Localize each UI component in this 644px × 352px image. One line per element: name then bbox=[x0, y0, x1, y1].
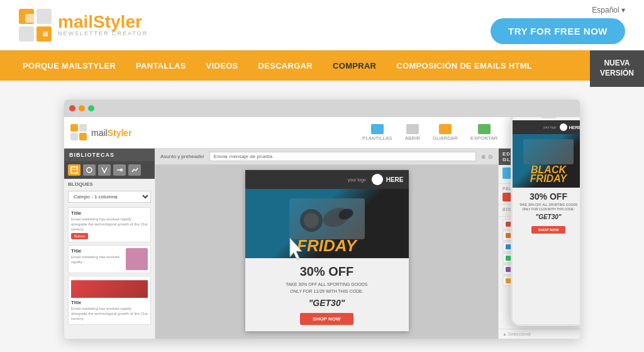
try-free-button[interactable]: TRY FOR FREE NOW bbox=[491, 18, 625, 44]
svg-point-12 bbox=[87, 167, 92, 173]
sidebar-icon-2[interactable] bbox=[83, 164, 96, 176]
nav-item-comprar[interactable]: COMPRAR bbox=[323, 50, 386, 81]
template-item-btn-1[interactable]: Button bbox=[71, 233, 88, 239]
app-action-guardar[interactable]: GUARDAR bbox=[433, 124, 458, 141]
titlebar-close[interactable] bbox=[69, 105, 75, 111]
template-item-1: Title Email marketing has evolved rapidl… bbox=[68, 207, 151, 242]
phone-details: TAKE 30% OFF ALL SPORTING GOODS ONLY FOR… bbox=[516, 203, 580, 212]
color-box-1[interactable] bbox=[502, 193, 511, 202]
svg-rect-6 bbox=[70, 124, 78, 132]
campo-select[interactable]: Campo - 1 columna bbox=[68, 191, 151, 203]
app-logo: mailStyler bbox=[70, 124, 132, 142]
svg-rect-1 bbox=[36, 9, 52, 24]
phone-logo: your logo HERE bbox=[543, 123, 580, 131]
app-action-exportar[interactable]: EXPORTAR bbox=[470, 124, 497, 141]
template-item-text-1: Email marketing has evolved rapidly alon… bbox=[71, 217, 148, 232]
shop-now-btn[interactable]: SHOP NOW bbox=[300, 313, 353, 325]
logo: mailStyler NEWSLETTER CREATOR bbox=[19, 9, 148, 42]
conjuntos-dot bbox=[506, 278, 511, 283]
svg-point-16 bbox=[304, 213, 319, 228]
sidebar-icon-3[interactable] bbox=[98, 164, 111, 176]
app-inner: mailStyler PLANTILLAS ABRIR GUARDAR bbox=[64, 117, 580, 339]
template-item-text-2: Email marketing has evolved rapidly... bbox=[71, 255, 123, 265]
seleccionar-label: ▲ Seleccionar bbox=[499, 329, 580, 339]
sidebar-icons bbox=[64, 161, 155, 179]
colores-dot bbox=[506, 233, 511, 238]
nav-item-videos[interactable]: VIDEOS bbox=[196, 50, 248, 81]
app-action-plantillas[interactable]: PLANTILLAS bbox=[362, 124, 392, 141]
promo-code: "GET30" bbox=[252, 298, 402, 308]
bloques-dot bbox=[506, 222, 511, 227]
app-action-abrir[interactable]: ABRIR bbox=[405, 124, 420, 141]
nav-item-pantallas[interactable]: PANTALLAS bbox=[126, 50, 196, 81]
template-item-title-2: Title bbox=[71, 248, 123, 254]
svg-rect-4 bbox=[25, 14, 34, 23]
svg-rect-8 bbox=[70, 133, 78, 140]
titlebar-maximize[interactable] bbox=[88, 105, 94, 111]
sports-icon bbox=[292, 202, 362, 236]
app-center-toolbar: Asunto y preheader Enviar mensaje de pru… bbox=[155, 149, 498, 165]
guardar-icon bbox=[439, 124, 452, 134]
app-mockup: mailStyler PLANTILLAS ABRIR GUARDAR bbox=[64, 99, 580, 339]
nav-item-composicion[interactable]: COMPOSICIÓN DE EMAILS HTML bbox=[386, 50, 542, 81]
phone-shop-btn[interactable]: SHOP NOW bbox=[531, 226, 565, 234]
phone-email-header: your logo HERE bbox=[513, 120, 580, 134]
template-item-title-3: Title bbox=[71, 300, 148, 305]
sidebar-icon-1[interactable] bbox=[68, 164, 80, 176]
zoom-controls: ⊕ ⊖ bbox=[481, 154, 493, 160]
phone-bf-label: BLACKFRIDAY bbox=[530, 166, 567, 183]
template-item-3: Title Email marketing has evolved rapidl… bbox=[68, 276, 151, 324]
logo-subtitle: NEWSLETTER CREATOR bbox=[58, 31, 148, 37]
off-percent: 30% OFF bbox=[252, 264, 402, 279]
phone-circle bbox=[560, 123, 567, 131]
app-logo-icon bbox=[70, 124, 88, 142]
sidebar-icon-5[interactable] bbox=[128, 164, 141, 176]
svg-rect-9 bbox=[79, 133, 87, 140]
nav-item-porque[interactable]: PORQUE MAILSTYLER bbox=[13, 50, 126, 81]
new-version-badge: NUEVA VERSIÓN bbox=[590, 50, 644, 87]
subject-label: Asunto y preheader bbox=[160, 154, 204, 159]
logo-text: mailStyler NEWSLETTER CREATOR bbox=[58, 13, 148, 37]
app-body: BIBLIOTECAS bbox=[64, 149, 580, 339]
titlebar-minimize[interactable] bbox=[79, 105, 85, 111]
subject-bar[interactable]: Enviar mensaje de prueba bbox=[209, 152, 477, 161]
template-item-text-3: Email marketing has evolved rapidly alon… bbox=[71, 307, 148, 321]
newsletter-preview: your logo HERE bbox=[155, 165, 498, 339]
botones-dot bbox=[506, 256, 511, 261]
phone-code: "GET30" bbox=[516, 213, 580, 220]
your-logo: your logo HERE bbox=[348, 174, 404, 185]
nav-item-descargar[interactable]: DESCARGAR bbox=[248, 50, 323, 81]
sidebar-icon-4[interactable] bbox=[113, 164, 126, 176]
svg-rect-5 bbox=[43, 31, 48, 37]
phone-your-logo: your logo bbox=[543, 125, 557, 129]
your-logo-text: your logo bbox=[348, 178, 366, 182]
template-item-title-1: Title bbox=[71, 210, 148, 216]
template-item-img-3 bbox=[71, 280, 148, 298]
app-center: Asunto y preheader Enviar mensaje de pru… bbox=[155, 149, 498, 339]
phone-here: HERE bbox=[569, 125, 580, 130]
plantillas-icon bbox=[371, 124, 384, 134]
header: mailStyler NEWSLETTER CREATOR Español ▾ … bbox=[0, 0, 644, 50]
app-sidebar: BIBLIOTECAS bbox=[64, 149, 155, 339]
template-items: Title Email marketing has evolved rapidl… bbox=[64, 204, 155, 328]
abrir-icon bbox=[406, 124, 419, 134]
phone-body: 30% OFF TAKE 30% OFF ALL SPORTING GOODS … bbox=[513, 188, 580, 324]
svg-rect-10 bbox=[71, 167, 77, 173]
textos-dot bbox=[506, 267, 511, 272]
main-content: mailStyler PLANTILLAS ABRIR GUARDAR bbox=[0, 81, 644, 352]
phone-black-friday: BLACKFRIDAY bbox=[513, 134, 580, 188]
language-selector[interactable]: Español ▾ bbox=[592, 6, 625, 14]
email-preview: your logo HERE bbox=[245, 170, 409, 331]
bloques-label: BLOQUES bbox=[64, 179, 155, 190]
email-preview-header: your logo HERE bbox=[245, 170, 409, 189]
svg-rect-7 bbox=[79, 124, 87, 132]
phone-inner: your logo HERE BLACKFRIDAY 30% OFF TAKE … bbox=[513, 114, 580, 324]
logo-icon bbox=[19, 9, 52, 42]
app-logo-text: mailStyler bbox=[91, 128, 132, 138]
logo-circle bbox=[372, 174, 383, 185]
phone-mockup: your logo HERE BLACKFRIDAY 30% OFF TAKE … bbox=[511, 112, 580, 326]
imagenes-dot bbox=[506, 244, 511, 249]
off-details: TAKE 30% OFF ALL SPORTING GOODS ONLY FOR… bbox=[252, 281, 402, 295]
here-text: HERE bbox=[386, 176, 404, 183]
email-body: 30% OFF TAKE 30% OFF ALL SPORTING GOODS … bbox=[245, 258, 409, 331]
